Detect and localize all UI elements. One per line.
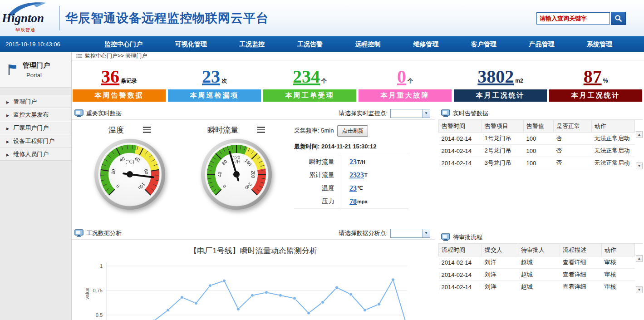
nav-item[interactable]: 客户管理 [471, 40, 497, 49]
table-cell: 审核 [602, 269, 635, 281]
section-title: 重要实时数据 [86, 109, 122, 118]
sidebar-item[interactable]: 管理门户 [0, 95, 71, 108]
flow-gauge-block: 瞬时流量 04080120160200240T/H [183, 122, 290, 227]
scroll-down-button[interactable] [636, 162, 643, 169]
nav-item[interactable]: 产品管理 [529, 40, 554, 49]
monitor-point-label: 请选择实时监控点: [339, 109, 388, 118]
section-title: 工况数据分析 [86, 229, 122, 237]
stat-value: 36 [101, 68, 119, 86]
stat-banner[interactable]: 本月重大故障 [359, 89, 452, 102]
chevron-right-icon [6, 98, 9, 105]
scroll-up-button[interactable] [636, 255, 643, 262]
breadcrumb-list-icon [76, 54, 82, 59]
header-divider [59, 6, 60, 30]
logo-subtext: 华辰智通 [15, 27, 35, 33]
sidebar-menu: 管理门户监控大屏发布厂家用户门户设备工程师门户维修人员门户 [0, 95, 71, 161]
stat-banner[interactable]: 本周巡检漏项 [168, 89, 261, 102]
main-split: 重要实时数据 请选择实时监控点: 温度 [72, 107, 644, 320]
table-cell: 审核 [602, 256, 635, 269]
reading-value: 23℃ [341, 182, 363, 195]
table-cell: 查看详细 [560, 256, 602, 269]
column-header: 是否正常 [554, 120, 592, 133]
reading-value: 78mpa [341, 195, 368, 208]
stats-row: 36条记录本周告警数据23次本周巡检漏项234个本周工单受理0个本月重大故障38… [73, 66, 642, 102]
breadcrumb: 监控中心门户>> 管理门户 [72, 52, 644, 60]
sidebar-item[interactable]: 厂家用户门户 [0, 121, 71, 134]
chevron-down-icon [422, 229, 430, 237]
stat-card: 234个本周工单受理 [263, 66, 356, 102]
monitor-icon [441, 109, 450, 117]
search-button[interactable] [611, 12, 626, 25]
table-cell: 2014-02-14 [439, 256, 482, 269]
table-cell: 赵城 [518, 269, 560, 281]
nav-item[interactable]: 维修管理 [413, 40, 438, 49]
reading-row: 瞬时流量23T/H [294, 155, 408, 168]
monitor-point-select[interactable] [390, 109, 430, 118]
section-analysis-header: 工况数据分析 请选择数据分析点: [72, 227, 435, 240]
search-input[interactable] [536, 12, 610, 25]
reading-label: 累计流量 [294, 168, 341, 182]
table-cell: 刘洋 [482, 256, 518, 269]
stat-banner[interactable]: 本月工况统计 [549, 89, 642, 102]
table-cell: 无法正常启动 [592, 133, 635, 145]
table-cell: 查看详细 [560, 281, 602, 293]
approval-grid: 流程时间提交人待审批人流程描述动作2014-02-14刘洋赵城查看详细审核201… [438, 244, 635, 293]
stat-value: 0 [397, 68, 406, 86]
stat-banner[interactable]: 本周工单受理 [263, 89, 356, 102]
approval-row: 2014-02-14刘洋赵城查看详细审核 [439, 256, 635, 269]
analysis-point-select[interactable] [390, 229, 430, 238]
scroll-up-button[interactable] [636, 131, 643, 138]
logo: Hignton 华辰智通 [0, 0, 58, 36]
alarm-row: 2014-02-142号龙门吊100否无法正常启动 [439, 145, 635, 157]
reading-value: 23T/H [341, 155, 365, 168]
search-box [536, 12, 626, 25]
nav-item[interactable]: 远程控制 [355, 40, 381, 49]
breadcrumb-text: 监控中心门户>> 管理门户 [85, 52, 147, 60]
nav-menu: 监控中心门户可视化管理工况监控工况告警远程控制维修管理客户管理产品管理系统管理 [86, 40, 644, 49]
table-cell: 2014-02-14 [439, 281, 482, 293]
stat-unit: m2 [515, 78, 523, 84]
nav-timestamp: 2015-10-19 10:43:06 [0, 41, 86, 48]
nav-item[interactable]: 可视化管理 [175, 40, 207, 49]
hamburger-menu-icon[interactable] [257, 127, 265, 133]
portal-header: 管理门户 Portal [0, 52, 71, 88]
nav-item[interactable]: 工况告警 [297, 40, 323, 49]
hamburger-menu-icon[interactable] [143, 127, 151, 133]
combo-selected-value [391, 229, 422, 237]
flow-gauge: 04080120160200240T/H [200, 138, 273, 212]
svg-text:80: 80 [143, 169, 149, 175]
sidebar-item[interactable]: 维修人员门户 [0, 148, 71, 161]
section-approval-header: 待审批流程 [438, 231, 643, 244]
search-icon [615, 15, 622, 22]
scroll-down-button[interactable] [636, 286, 643, 293]
stat-banner[interactable]: 本月工况统计 [454, 89, 547, 102]
sidebar-item[interactable]: 监控大屏发布 [0, 108, 71, 121]
monitor-icon [441, 233, 450, 241]
column-header: 待审批人 [518, 244, 560, 256]
latest-time: 最新时间: 2014-11-21 15:30:12 [294, 138, 413, 155]
svg-text:0.5: 0.5 [96, 312, 103, 318]
flow-analysis-chart: 0.50.751value [83, 259, 435, 320]
nav-item[interactable]: 监控中心门户 [104, 40, 143, 49]
refresh-button[interactable]: 点击刷新 [337, 125, 368, 137]
table-scrollbar[interactable] [636, 255, 643, 293]
section-title: 待审批流程 [453, 233, 482, 241]
flag-icon [7, 64, 17, 76]
svg-text:(℃): (℃) [125, 159, 134, 164]
sidebar-item[interactable]: 设备工程师门户 [0, 134, 71, 148]
page-content: 管理门户 Portal 管理门户监控大屏发布厂家用户门户设备工程师门户维修人员门… [0, 52, 644, 320]
main-area: 监控中心门户>> 管理门户 36条记录本周告警数据23次本周巡检漏项234个本周… [72, 52, 644, 320]
stat-unit: 次 [221, 77, 227, 85]
stat-card: 3802m2本月工况统计 [454, 66, 547, 102]
table-cell: 刘洋 [482, 281, 518, 293]
alarm-row: 2014-02-141号龙门吊100否无法正常启动 [439, 133, 635, 145]
sidebar-item-label: 管理门户 [13, 98, 37, 106]
portal-subtitle: Portal [23, 72, 50, 79]
sample-frequency-label: 采集频率: 5min [294, 127, 334, 135]
nav-item[interactable]: 工况监控 [239, 40, 265, 49]
nav-item[interactable]: 系统管理 [587, 40, 612, 49]
gauges-area: 温度 020406080100(℃) 瞬时流量 0408012016020024… [72, 120, 435, 227]
stat-banner[interactable]: 本周告警数据 [73, 89, 166, 102]
approval-row: 2014-02-14刘洋赵城查看详细审核 [439, 281, 635, 293]
table-scrollbar[interactable] [636, 131, 643, 169]
